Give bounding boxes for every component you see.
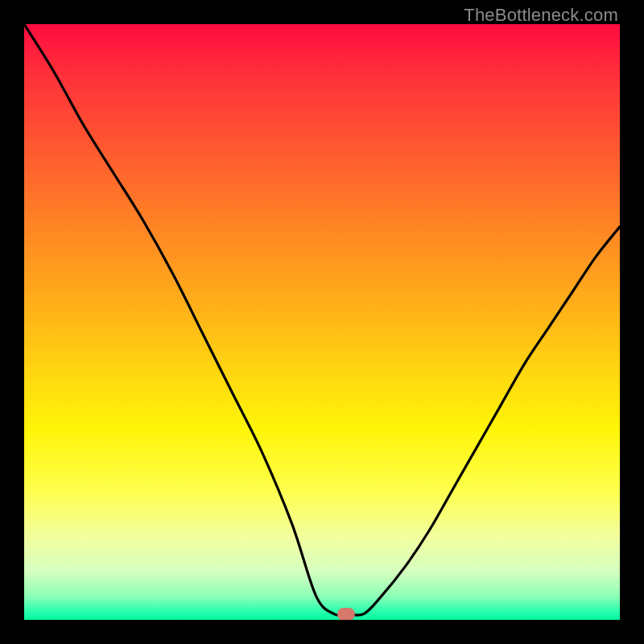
- bottleneck-curve: [24, 24, 620, 615]
- chart-frame: TheBottleneck.com: [0, 0, 644, 644]
- plot-area: [24, 24, 620, 620]
- optimal-marker: [337, 608, 355, 620]
- curve-svg: [24, 24, 620, 620]
- watermark-text: TheBottleneck.com: [464, 5, 618, 26]
